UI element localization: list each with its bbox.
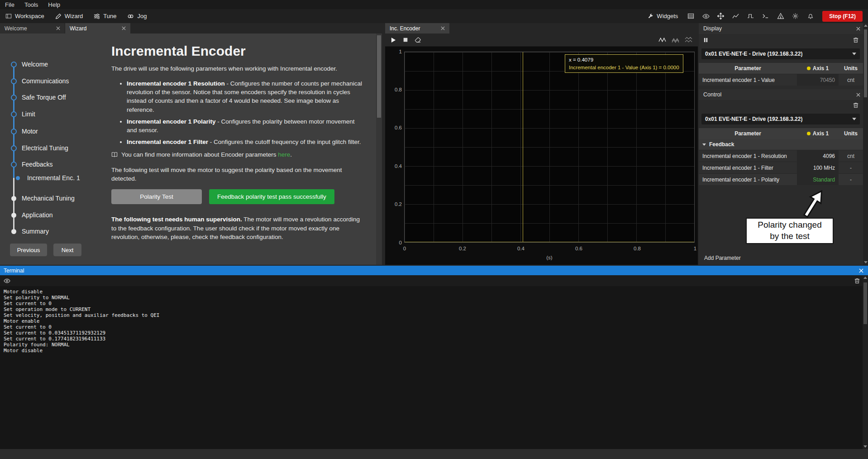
here-link[interactable]: here (278, 151, 290, 158)
wizard-page-content: Incremental Encoder The drive will use t… (111, 33, 362, 265)
wizard-label: Wizard (65, 13, 83, 19)
scrollbar-thumb[interactable] (863, 282, 867, 324)
pause-icon[interactable] (703, 38, 708, 43)
step-label: Feedbacks (22, 161, 52, 168)
annotation-line1: Polarity changed (758, 220, 822, 231)
display-device-select[interactable]: 0x01 EVE-NET-E - Drive (192.168.3.22) (701, 48, 860, 59)
wizard-step-electrical-tuning[interactable]: Electrical Tuning (0, 142, 110, 154)
scroll-up-arrow[interactable] (863, 277, 867, 279)
col-axis: Axis 1 (797, 130, 839, 137)
wizard-step-safe-torque-off[interactable]: Safe Torque Off (0, 91, 110, 103)
terminal-line: Motor disable (4, 289, 863, 295)
signal-view-icon[interactable] (658, 37, 666, 43)
stop-button[interactable]: Stop (F12) (822, 11, 863, 22)
y-tick-label: 0.2 (387, 201, 402, 207)
eye-icon[interactable] (0, 277, 10, 284)
step-response-icon[interactable] (743, 9, 758, 23)
wizard-step-mechanical-tuning[interactable]: Mechanical Tuning (0, 192, 110, 204)
polarity-test-button[interactable]: Polarity Test (111, 189, 202, 204)
menu-file[interactable]: File (0, 1, 19, 8)
step-dot (11, 196, 16, 201)
terminal-line: Set current to 0.03451371192932129 (4, 330, 863, 336)
tooltip-series-value: Incremental encoder 1 - Value (Axis 1) =… (569, 64, 679, 72)
wizard-step-application[interactable]: Application (0, 209, 110, 221)
wizard-step-communications[interactable]: Communications (0, 75, 110, 87)
clear-eraser-icon[interactable] (415, 37, 421, 43)
tab-welcome[interactable]: Welcome (0, 23, 65, 33)
wrench-icon (648, 13, 653, 19)
param-name: Incremental encoder 1 - Resolution (699, 153, 797, 159)
x-tick-label: 0.2 (456, 246, 469, 251)
widgets-button[interactable]: Widgets (642, 9, 683, 23)
display-panel-scrollbar[interactable] (863, 23, 868, 265)
watch-table-icon[interactable] (683, 9, 698, 23)
wizard-step-limit[interactable]: Limit (0, 108, 110, 120)
terminal-icon[interactable] (758, 9, 773, 23)
scope-tabstrip: Inc. Encoder (385, 23, 449, 33)
param-value: Standard (797, 174, 839, 185)
wizard-step-summary[interactable]: Summary (0, 225, 110, 237)
close-icon[interactable] (856, 93, 863, 97)
wizard-step-incremental-enc-1[interactable]: Incremental Enc. 1 (0, 172, 110, 184)
tab-inc-encoder[interactable]: Inc. Encoder (385, 23, 449, 33)
scope-chart-icon[interactable] (728, 9, 743, 23)
workspace-button[interactable]: Workspace (0, 9, 50, 23)
table-row-resolution[interactable]: Incremental encoder 1 - Resolution 4096 … (699, 150, 863, 162)
close-icon[interactable] (859, 268, 868, 273)
stop-icon[interactable] (403, 37, 408, 43)
multi-signal-view-icon[interactable] (672, 37, 679, 43)
terminal-line: Set velocity, position and auxiliar feed… (4, 312, 863, 318)
next-button[interactable]: Next (53, 244, 81, 256)
add-parameter-button[interactable]: Add Parameter (704, 255, 741, 261)
trash-icon[interactable] (853, 102, 858, 108)
close-icon[interactable] (441, 26, 445, 30)
close-icon[interactable] (122, 26, 126, 30)
warning-icon[interactable] (773, 9, 788, 23)
split-signal-view-icon[interactable] (685, 37, 692, 43)
step-label: Mechanical Tuning (22, 195, 75, 202)
menu-help[interactable]: Help (43, 1, 65, 8)
gear-icon[interactable] (788, 9, 803, 23)
close-icon[interactable] (56, 26, 60, 30)
scroll-down-arrow[interactable] (864, 261, 868, 263)
table-row-filter[interactable]: Incremental encoder 1 - Filter 100 MHz - (699, 162, 863, 173)
tune-button[interactable]: Tune (88, 9, 122, 23)
wizard-button[interactable]: Wizard (50, 9, 88, 23)
wizard-step-motor[interactable]: Motor (0, 125, 110, 137)
close-icon[interactable] (856, 27, 863, 31)
menu-tools[interactable]: Tools (19, 1, 43, 8)
display-section-header: Display (699, 23, 863, 34)
feedback-group-row[interactable]: Feedback (699, 139, 863, 150)
wizard-step-welcome[interactable]: Welcome (0, 58, 110, 70)
table-row-polarity[interactable]: Incremental encoder 1 - Polarity Standar… (699, 173, 863, 185)
annotation-arrow (793, 187, 834, 220)
play-icon[interactable] (391, 37, 396, 43)
scroll-up-arrow[interactable] (864, 24, 868, 27)
terminal-output[interactable]: Motor disable Set polarity to NORMAL Set… (0, 286, 863, 449)
bullet-polarity: Incremental encoder 1 Polarity - Configu… (127, 117, 362, 134)
control-device-select[interactable]: 0x01 EVE-NET-E - Drive (192.168.3.22) (701, 114, 860, 124)
tab-wizard[interactable]: Wizard (65, 23, 130, 33)
bullet-filter: Incremental encoder 1 Filter - Configure… (127, 138, 362, 146)
move-icon[interactable] (713, 9, 728, 23)
tab-welcome-label: Welcome (5, 25, 27, 32)
terminal-scrollbar[interactable] (863, 275, 868, 449)
wizard-step-feedbacks[interactable]: Feedbacks (0, 158, 110, 170)
table-row-encoder-value[interactable]: Incremental encoder 1 - Value 70450 cnt (699, 74, 863, 86)
col-axis-label: Axis 1 (813, 130, 829, 137)
display-title: Display (703, 25, 722, 32)
trash-icon[interactable] (853, 37, 858, 43)
eye-icon[interactable] (698, 9, 713, 23)
scope-plot[interactable]: x = 0.4079 Incremental encoder 1 - Value… (404, 52, 695, 243)
param-name: Incremental encoder 1 - Polarity (699, 177, 797, 183)
param-value: 100 MHz (797, 162, 839, 173)
col-units: Units (839, 65, 863, 72)
wizard-scrollbar[interactable] (376, 33, 382, 265)
jog-button[interactable]: Jog (122, 9, 152, 23)
previous-button[interactable]: Previous (10, 244, 47, 256)
bell-icon[interactable] (803, 9, 818, 23)
scroll-down-arrow[interactable] (863, 445, 867, 448)
scrollbar-thumb[interactable] (377, 35, 381, 118)
scrollbar-thumb[interactable] (864, 29, 867, 97)
step-dot-current (16, 176, 20, 180)
